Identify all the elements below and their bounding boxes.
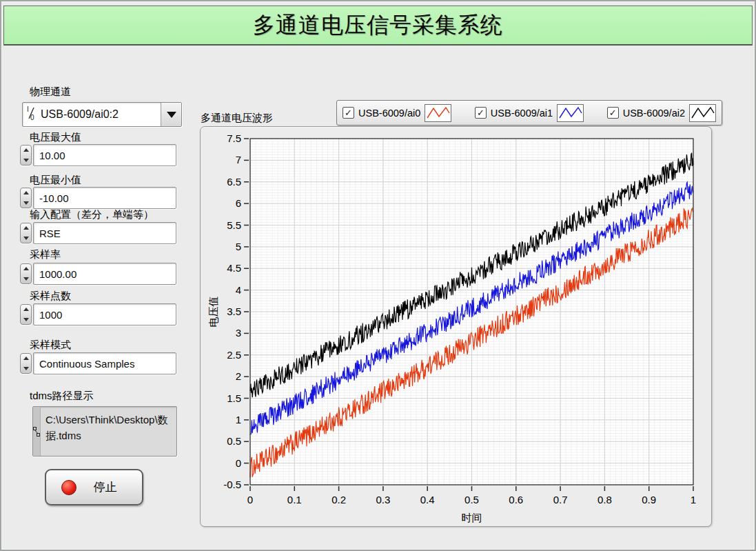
x-tick-label: 0.3 [376, 494, 390, 505]
svg-text:I: I [27, 106, 29, 113]
x-tick-label: 0 [247, 494, 253, 505]
y-tick-label: 3.5 [227, 305, 241, 317]
increment-icon [23, 267, 29, 270]
y-tick-label: 2.5 [227, 349, 241, 361]
decrement-icon [23, 318, 29, 321]
voltage-min-control: -10.00 [20, 187, 176, 209]
y-tick-label: 7.5 [227, 132, 241, 144]
legend-checkbox-0[interactable]: ✓ [343, 107, 354, 119]
x-tick-label: 0.2 [331, 494, 346, 505]
input-config-stepper[interactable] [20, 223, 32, 243]
x-tick-label: 0.7 [553, 494, 568, 505]
io-type-icon: I0 [26, 106, 37, 123]
sample-mode-label: 采样模式 [30, 339, 71, 352]
title-bar: 多通道电压信号采集系统 [3, 6, 753, 46]
legend-item-2[interactable]: ✓USB-6009/ai2 [607, 104, 716, 122]
physical-channel-label: 物理通道 [30, 86, 71, 99]
legend-line-sample-2[interactable] [689, 104, 716, 122]
x-tick-label: 0.4 [420, 494, 435, 505]
x-axis-title: 时间 [462, 512, 482, 523]
y-tick-label: 6.5 [227, 176, 241, 188]
increment-icon [23, 226, 29, 230]
stop-button-label: 停止 [76, 479, 142, 495]
y-tick-label: 4.5 [227, 262, 241, 274]
legend-item-1[interactable]: ✓USB-6009/ai1 [475, 104, 584, 122]
physical-channel-dropdown[interactable]: I0 USB-6009/ai0:2 [22, 102, 182, 127]
x-tick-label: 0.5 [464, 494, 479, 505]
voltage-max-stepper[interactable] [20, 145, 32, 166]
tdms-path-label: tdms路径显示 [30, 390, 94, 403]
chart-title: 多通道电压波形 [201, 112, 273, 125]
waveform-chart: -0.500.511.522.533.544.555.566.577.500.1… [200, 126, 712, 527]
sample-mode-stepper[interactable] [20, 353, 32, 374]
sample-rate-stepper[interactable] [20, 263, 32, 284]
sample-points-stepper[interactable] [20, 304, 32, 325]
y-tick-label: 7 [236, 154, 241, 166]
sample-rate-field[interactable]: 1000.00 [33, 263, 176, 285]
x-tick-label: 0.1 [287, 494, 302, 505]
app-window: 多通道电压信号采集系统 物理通道 I0 USB-6009/ai0:2 电压最大值… [0, 0, 756, 551]
legend-label-2: USB-6009/ai2 [623, 108, 685, 119]
y-tick-label: 4 [236, 284, 241, 296]
y-tick-label: 1.5 [227, 392, 241, 404]
chevron-down-icon [167, 112, 176, 118]
y-tick-label: 0 [236, 457, 241, 469]
legend-label-1: USB-6009/ai1 [491, 108, 553, 119]
x-tick-label: 0.8 [597, 494, 612, 505]
legend-checkbox-2[interactable]: ✓ [607, 107, 619, 119]
decrement-icon [23, 159, 29, 162]
sample-mode-control: Continuous Samples [20, 352, 176, 374]
legend-checkbox-1[interactable]: ✓ [475, 107, 487, 119]
voltage-max-control: 10.00 [20, 144, 176, 166]
input-config-control: RSE [20, 222, 176, 244]
y-tick-label: 1 [236, 414, 241, 425]
decrement-icon [23, 201, 29, 205]
y-tick-label: 2 [236, 370, 241, 382]
legend-label-0: USB-6009/ai0 [358, 108, 420, 119]
decrement-icon [23, 367, 29, 370]
y-tick-label: -0.5 [223, 479, 241, 490]
sample-rate-label: 采样率 [30, 248, 61, 261]
legend-line-sample-0[interactable] [425, 104, 451, 122]
decrement-icon [23, 237, 29, 240]
sample-rate-control: 1000.00 [20, 263, 176, 285]
dropdown-arrow-button[interactable] [161, 103, 181, 126]
y-tick-label: 5.5 [227, 219, 241, 231]
legend-item-0[interactable]: ✓USB-6009/ai0 [343, 104, 451, 122]
plot-legend: ✓USB-6009/ai0✓USB-6009/ai1✓USB-6009/ai2 [336, 100, 722, 126]
increment-icon [23, 357, 29, 360]
y-tick-label: 5 [236, 241, 241, 252]
voltage-max-label: 电压最大值 [30, 131, 81, 144]
page-title: 多通道电压信号采集系统 [253, 10, 503, 41]
svg-text:0: 0 [30, 114, 34, 121]
y-axis-title: 电压值 [207, 297, 219, 328]
decrement-icon [23, 277, 29, 281]
sample-points-field[interactable]: 1000 [33, 303, 176, 325]
stop-led-icon [61, 480, 76, 495]
x-tick-label: 0.6 [509, 494, 523, 505]
tdms-path-display: C:\Users\Think\Desktop\数据.tdms [32, 406, 177, 457]
y-tick-label: 0.5 [227, 435, 241, 447]
voltage-min-stepper[interactable] [20, 188, 32, 208]
voltage-min-field[interactable]: -10.00 [33, 187, 176, 209]
physical-channel-value: USB-6009/ai0:2 [38, 108, 161, 121]
sample-points-control: 1000 [20, 303, 176, 325]
sample-points-label: 采样点数 [30, 290, 71, 303]
input-config-label: 输入配置（差分，单端等） [30, 208, 154, 221]
x-tick-label: 1 [691, 494, 696, 505]
x-tick-label: 0.9 [642, 494, 656, 505]
increment-icon [23, 308, 29, 311]
y-tick-label: 3 [236, 327, 241, 339]
voltage-min-label: 电压最小值 [30, 174, 81, 187]
waveform-plot-svg: -0.500.511.522.533.544.555.566.577.500.1… [201, 127, 711, 526]
increment-icon [23, 191, 29, 194]
sample-mode-field[interactable]: Continuous Samples [33, 352, 176, 374]
input-config-field[interactable]: RSE [33, 222, 176, 244]
y-tick-label: 6 [236, 197, 241, 209]
legend-line-sample-1[interactable] [557, 104, 584, 122]
tdms-path-value: C:\Users\Think\Desktop\数据.tdms [41, 407, 176, 456]
voltage-max-field[interactable]: 10.00 [33, 144, 176, 166]
increment-icon [23, 148, 29, 152]
path-icon [33, 407, 41, 456]
stop-button[interactable]: 停止 [45, 469, 143, 505]
